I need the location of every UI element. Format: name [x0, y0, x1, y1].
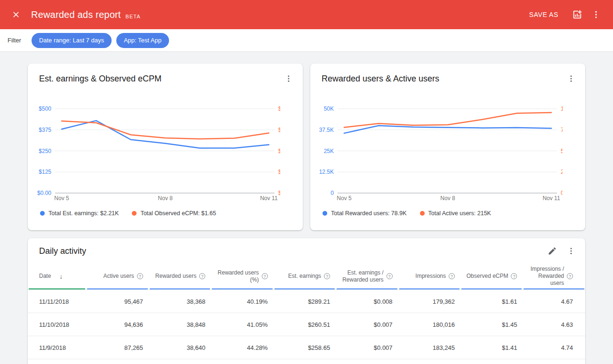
column-label: Active users	[103, 273, 134, 280]
column-header-est-earnings-rewarded-users[interactable]: Est. earnings / Rewarded users?	[336, 264, 398, 290]
column-underline	[212, 288, 272, 290]
close-button[interactable]	[7, 5, 25, 24]
table-cell: 40.19%	[211, 290, 273, 313]
series-line-rewarded-users	[344, 126, 551, 133]
legend-label: Total Rewarded users: 78.9K	[331, 210, 407, 217]
column-label: Rewarded users (%)	[217, 269, 258, 283]
table-cell: 94,636	[86, 313, 148, 336]
filter-chip-app[interactable]: App: Test App	[116, 33, 169, 48]
column-underline	[29, 288, 85, 290]
filter-chip-date-range[interactable]: Date range: Last 7 days	[32, 33, 112, 48]
right-axis-tick: $1.20	[278, 148, 280, 154]
column-header-rewarded-users[interactable]: Rewarded users (%)?	[211, 264, 273, 290]
column-header-impressions[interactable]: Impressions?	[398, 264, 460, 290]
table-cell: 180,016	[398, 313, 460, 336]
table-cell: $260.51	[274, 313, 336, 336]
legend-dot	[420, 211, 425, 216]
legend-item: Total Active users: 215K	[420, 210, 491, 217]
left-axis-tick: 50K	[324, 105, 334, 112]
add-chart-button[interactable]	[568, 5, 587, 24]
info-icon[interactable]: ?	[511, 273, 517, 279]
info-icon[interactable]: ?	[262, 273, 268, 279]
chart-menu-button[interactable]	[562, 69, 581, 88]
kebab-icon	[284, 74, 293, 83]
legend-item: Total Rewarded users: 78.9K	[323, 210, 407, 217]
chart-title: Est. earnings & Observed eCPM	[39, 74, 279, 84]
info-icon[interactable]: ?	[567, 273, 573, 279]
column-underline	[461, 288, 522, 290]
x-axis-tick: Nov 8	[158, 195, 173, 202]
daily-activity-card: Daily activity Date↓Active users?Rewarde…	[28, 238, 585, 364]
left-axis-tick: $375	[39, 127, 51, 133]
column-label: Impressions / Rewarded users	[528, 266, 564, 287]
column-underline	[274, 288, 335, 290]
table-cell: 4.74	[523, 336, 585, 359]
earnings-ecpm-chart: $500$2.40$375$1.80$250$1.20$125$0.60$0.0…	[28, 94, 303, 204]
table-row	[28, 359, 585, 364]
column-label: Est. earnings / Rewarded users	[341, 269, 383, 283]
table-cell: 11/9/2018	[28, 336, 86, 359]
table-cell: 44.28%	[211, 336, 273, 359]
left-axis-tick: 0	[331, 190, 334, 196]
table-cell: 11/11/2018	[28, 290, 86, 313]
table-cell: $289.21	[274, 290, 336, 313]
column-underline	[524, 288, 584, 290]
table-cell: $1.61	[460, 290, 523, 313]
legend-item: Total Est. earnings: $2.21K	[40, 210, 119, 217]
legend-item: Total Observed eCPM: $1.65	[132, 210, 216, 217]
table-row: 11/11/201895,46738,36840.19%$289.21$0.00…	[28, 290, 585, 313]
legend-label: Total Est. earnings: $2.21K	[48, 210, 119, 217]
right-axis-tick: 50K	[561, 148, 563, 154]
chart-menu-button[interactable]	[279, 69, 298, 88]
table-cell	[28, 359, 585, 364]
table-cell: $0.007	[336, 336, 398, 359]
x-axis-tick: Nov 11	[542, 195, 560, 202]
x-axis-tick: Nov 8	[440, 195, 455, 202]
info-icon[interactable]: ?	[324, 273, 330, 279]
legend-label: Total Observed eCPM: $1.65	[140, 210, 216, 217]
line-chart: 50K100K37.5K75K25K50K12.5K25K00Nov 5Nov …	[310, 94, 563, 204]
info-icon[interactable]: ?	[137, 273, 143, 279]
right-axis-tick: 75K	[561, 127, 563, 133]
column-header-rewarded-users[interactable]: Rewarded users?	[149, 264, 211, 290]
x-axis-tick: Nov 5	[54, 195, 69, 202]
left-axis-tick: 12.5K	[319, 169, 334, 175]
column-underline	[399, 288, 460, 290]
series-line-active-users	[344, 113, 551, 127]
table-menu-button[interactable]	[562, 242, 581, 260]
table-cell: $0.007	[336, 313, 398, 336]
legend-dot	[132, 211, 137, 216]
kebab-icon	[567, 74, 575, 83]
right-axis-tick: $0.00	[278, 190, 280, 196]
daily-activity-table: Date↓Active users?Rewarded users?Rewarde…	[28, 264, 585, 364]
save-as-button[interactable]: SAVE AS	[526, 10, 561, 19]
daily-activity-title: Daily activity	[39, 246, 543, 256]
x-axis-tick: Nov 5	[337, 195, 352, 202]
edit-columns-button[interactable]	[543, 242, 562, 260]
table-cell: 95,467	[86, 290, 148, 313]
table-cell: 11/10/2018	[28, 313, 86, 336]
info-icon[interactable]: ?	[199, 273, 205, 279]
column-header-impressions-rewarded-users[interactable]: Impressions / Rewarded users?	[523, 264, 585, 290]
left-axis-tick: $125	[39, 169, 51, 175]
column-underline	[337, 288, 397, 290]
column-header-active-users[interactable]: Active users?	[86, 264, 148, 290]
series-line-est-earnings	[62, 121, 269, 148]
column-header-est-earnings[interactable]: Est. earnings?	[274, 264, 336, 290]
right-axis-tick: $0.60	[278, 169, 280, 175]
column-header-observed-ecpm[interactable]: Observed eCPM?	[460, 264, 523, 290]
pencil-icon	[548, 246, 557, 256]
info-icon[interactable]: ?	[387, 273, 393, 279]
sort-desc-icon[interactable]: ↓	[59, 273, 63, 280]
column-header-date[interactable]: Date↓	[28, 264, 86, 290]
left-axis-tick: $0.00	[37, 190, 51, 196]
table-row: 11/10/201894,63638,84841.05%$260.51$0.00…	[28, 313, 585, 336]
chart-legend: Total Est. earnings: $2.21KTotal Observe…	[28, 210, 303, 217]
column-label: Rewarded users	[155, 273, 196, 280]
table-cell: $1.41	[460, 336, 523, 359]
left-axis-tick: $500	[39, 105, 51, 112]
info-icon[interactable]: ?	[449, 273, 455, 279]
overflow-menu-button[interactable]	[587, 5, 605, 24]
filter-label: Filter	[8, 37, 21, 44]
right-axis-tick: $2.40	[278, 105, 280, 112]
